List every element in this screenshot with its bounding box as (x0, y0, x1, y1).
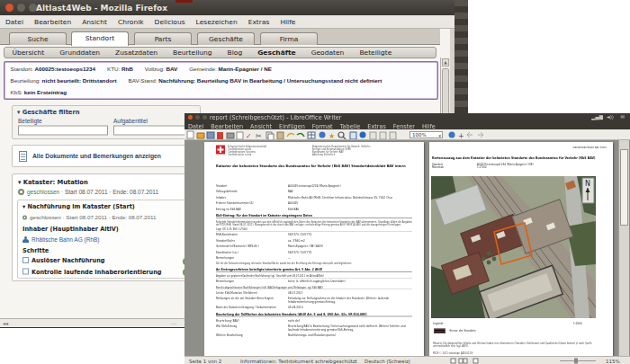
kataster-mutation-box: ▾ Kataster: Mutation geschlossen · Start… (12, 173, 201, 281)
svg-text:N: N (585, 180, 590, 188)
swiss-flag-logo (216, 146, 225, 155)
menu-item[interactable]: Ansicht (76, 15, 112, 28)
menu-item[interactable]: Hilfe (274, 15, 301, 28)
schritt-row[interactable]: Auslöser Nachführung (22, 257, 184, 269)
svg-text:✓: ✓ (246, 132, 252, 139)
document-icon (19, 151, 27, 162)
task-icon (22, 257, 29, 263)
close-button[interactable] (5, 4, 14, 12)
hinweis-text: Hinweis: Die dargestellten Inhalte und U… (433, 342, 608, 348)
nachfuehrung-status: geschlossen · Start 08.07.2011 · Ende: 0… (22, 214, 156, 220)
menu-item[interactable]: Extras (243, 15, 275, 28)
document-area: Schweizerische EidgenossenschaftConfédér… (184, 140, 630, 356)
inhaber-row[interactable]: Rhätische Bahn AG (RhB) (22, 236, 100, 244)
scroll-handle[interactable]: ⋯ (171, 321, 176, 327)
gear-icon (22, 216, 27, 220)
schritt-row[interactable]: Kontrolle laufende Inhaberorientierung (22, 269, 184, 280)
toolbar-icons[interactable]: ✓ ✂ ★ (186, 130, 407, 139)
legend-label: Legende (433, 322, 444, 324)
nachfuehrung-box: ▾ Nachführung im Kataster (Start) geschl… (17, 200, 195, 279)
svg-text:★: ★ (328, 132, 335, 139)
writer-toolbar: ✓ ✂ ★ 100% + (184, 129, 630, 140)
menu-item[interactable]: Lesezeichen (191, 15, 243, 28)
map-scale: 1:2500 (573, 322, 582, 324)
standort-info-box: Standort: A00025:testoeops1234KTU: RhBVo… (4, 61, 438, 100)
window-title: report (Schreibgeschützt) - LibreOffice … (210, 114, 342, 121)
firefox-titlebar[interactable]: Altlast4Web - Mozilla Firefox (0, 0, 468, 15)
beteiligte-input[interactable] (18, 126, 108, 136)
gear-icon (18, 189, 24, 195)
app-tabstrip: SucheStandortPartsGeschäfteFirma (0, 29, 440, 45)
field-label: Beteiligte (18, 118, 42, 125)
legend-item-label: Grenze des Standorts (449, 330, 476, 333)
copyright-text: PK25 © 2011 swisstopo (JA100120) (433, 352, 473, 355)
firefox-menubar: DateiBearbeitenAnsichtChronikDeliciousLe… (0, 15, 454, 29)
page-indicator[interactable]: Seite 1 von 2 (189, 359, 221, 364)
app-tab[interactable]: Suche (9, 32, 67, 45)
app-subtab[interactable]: Beurteilung (166, 48, 220, 58)
app-tab[interactable]: Parts (134, 32, 192, 45)
menu-item[interactable]: Chronik (112, 15, 149, 28)
task-icon (22, 269, 29, 275)
svg-text:+: + (458, 132, 464, 139)
nachfuehrung-header[interactable]: ▾ Nachführung im Kataster (Start) (22, 203, 135, 210)
kataster-header[interactable]: ▾ Kataster: Mutation (18, 178, 88, 185)
app-subtab[interactable]: Blog (220, 48, 250, 58)
app-subtab[interactable]: Übersicht (4, 48, 52, 58)
scroll-thumb[interactable] (620, 149, 628, 226)
field-label: Aufgabentitel (113, 118, 148, 125)
scroll-up-arrow[interactable]: ▲ (442, 58, 449, 67)
minimize-button[interactable] (195, 115, 200, 120)
writer-menubar: DateiBearbeitenAnsichtEinfügenFormatTabe… (184, 121, 630, 129)
writer-window: report (Schreibgeschützt) - LibreOffice … (184, 113, 630, 364)
menu-item[interactable]: Delicious (149, 15, 191, 28)
app-subtabs: ÜbersichtGrunddatenZusatzdatenBeurteilun… (4, 47, 436, 58)
app-subtab[interactable]: Beteiligte (352, 48, 400, 58)
menu-item[interactable]: Datei (0, 15, 29, 28)
zoom-slider[interactable] (558, 358, 598, 364)
maximize-button[interactable] (202, 115, 207, 120)
document-info[interactable]: Informationen: Textdokument schreibgesch… (240, 359, 357, 364)
app-subtab[interactable]: Zusatzdaten (108, 48, 166, 58)
scroll-left-arrow[interactable]: ◂◂ (3, 321, 8, 327)
filter-header[interactable]: ▾ Geschäfte filtern (17, 109, 80, 116)
svg-text:✂: ✂ (256, 132, 262, 139)
map-title: Kartenauszug aus dem Kataster der belast… (432, 156, 610, 160)
vertical-scrollbar[interactable] (618, 140, 629, 356)
close-button[interactable] (188, 115, 193, 120)
zoom-combo[interactable]: 100% (410, 131, 443, 138)
menu-item[interactable]: Bearbeiten (29, 15, 76, 28)
volume-icon[interactable]: ◄)) (606, 114, 614, 120)
language-indicator[interactable]: Deutsch (Schweiz) (364, 359, 410, 364)
kataster-status: geschlossen · Start 08.07.2011 · Ende: 0… (18, 189, 158, 196)
satellite-map: N (431, 176, 596, 318)
minimize-button[interactable] (17, 4, 25, 12)
legend-swatch (434, 329, 446, 334)
app-subtab[interactable]: Geschäfte (250, 48, 303, 58)
documents-link-box[interactable]: Alle Dokumente und Bemerkungen anzeigen (12, 145, 201, 167)
geschaefte-filter-panel: ▾ Geschäfte filtern Beteiligte Aufgabent… (12, 105, 201, 139)
app-tab[interactable]: Geschäfte (197, 32, 255, 45)
inhaber-label: Inhaber (Hauptinhaber AltlV) (22, 226, 119, 233)
page-corner-label: Standortdatenblatt BAV intern (572, 146, 607, 149)
mail-icon[interactable]: ✉ (620, 114, 625, 120)
writer-statusbar: Seite 1 von 2 Informationen: Textdokumen… (184, 356, 630, 364)
app-subtab[interactable]: Geodaten (303, 48, 352, 58)
document-page-2: Standortdatenblatt BAV intern Kartenausz… (429, 142, 613, 356)
zoom-percent[interactable]: 115% (606, 359, 620, 364)
schritte-label: Schritte (22, 247, 49, 254)
north-arrow: N (582, 178, 594, 203)
view-layout-icons[interactable] (450, 358, 486, 364)
report-title: Kataster der belasteten Standorte des Bu… (216, 164, 414, 168)
app-tab[interactable]: Firma (260, 32, 318, 45)
panel-fragment (176, 0, 193, 3)
app-subtab[interactable]: Grunddaten (52, 48, 108, 58)
document-page-1: Schweizerische EidgenossenschaftConfédér… (204, 142, 424, 356)
network-icon[interactable]: ▂▄▆ (591, 114, 603, 120)
documents-link[interactable]: Alle Dokumente und Bemerkungen anzeigen (32, 153, 161, 160)
person-icon (22, 236, 29, 243)
writer-titlebar[interactable]: report (Schreibgeschützt) - LibreOffice … (184, 113, 630, 121)
nav-icons[interactable]: + (447, 130, 501, 139)
app-tab[interactable]: Standort (71, 31, 129, 46)
window-title: Altlast4Web - Mozilla Firefox (36, 4, 167, 13)
